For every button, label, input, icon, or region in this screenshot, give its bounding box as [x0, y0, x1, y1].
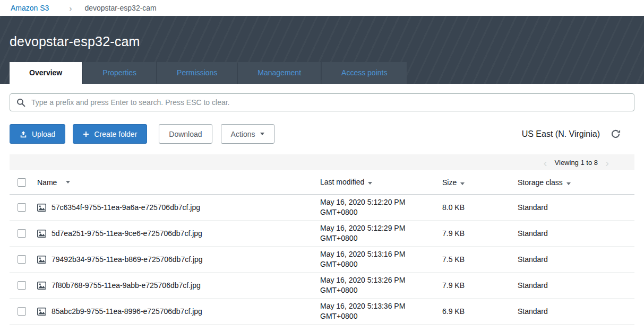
breadcrumb-current: devopstar-esp32-cam	[84, 4, 156, 12]
row-checkbox[interactable]	[18, 203, 26, 212]
actions-button[interactable]: Actions	[221, 124, 274, 144]
modified-timezone: GMT+0800	[320, 259, 442, 269]
modified-date: May 16, 2020 5:12:29 PM	[320, 223, 442, 233]
search-input[interactable]	[31, 98, 628, 107]
modified-date: May 16, 2020 5:13:26 PM	[320, 275, 442, 285]
modified-timezone: GMT+0800	[320, 207, 442, 217]
row-checkbox[interactable]	[18, 307, 26, 316]
table-row: 57c6354f-9755-11ea-9a6a-e725706db7cf.jpg…	[10, 195, 634, 221]
prev-page-icon[interactable]: ‹	[544, 157, 547, 168]
column-header-name[interactable]: Name	[37, 178, 320, 187]
viewing-label: Viewing 1 to 8	[555, 159, 598, 167]
pagination-bar: ‹ Viewing 1 to 8 ›	[10, 154, 634, 170]
column-header-storage-class[interactable]: Storage class	[518, 178, 634, 187]
column-label: Storage class	[518, 178, 563, 187]
image-file-icon	[37, 256, 46, 264]
breadcrumb: Amazon S3 › devopstar-esp32-cam	[0, 0, 644, 16]
row-checkbox[interactable]	[18, 281, 26, 290]
storage-class-cell: Standard	[518, 281, 634, 290]
toolbar: Upload Create folder Download Actions US…	[10, 124, 634, 144]
objects-table: ‹ Viewing 1 to 8 › Name Last modified Si…	[10, 154, 634, 325]
modified-timezone: GMT+0800	[320, 311, 442, 321]
modified-date: May 16, 2020 5:13:16 PM	[320, 249, 442, 259]
search-bar[interactable]	[10, 93, 634, 111]
last-modified-cell: May 16, 2020 5:13:26 PM GMT+0800	[320, 275, 442, 295]
search-icon	[16, 98, 25, 107]
image-file-icon	[37, 230, 46, 238]
column-label: Name	[37, 178, 57, 187]
refresh-icon	[611, 129, 621, 139]
last-modified-cell: May 16, 2020 5:12:20 PM GMT+0800	[320, 197, 442, 217]
object-name-link[interactable]: 57c6354f-9755-11ea-9a6a-e725706db7cf.jpg	[51, 203, 200, 212]
size-cell: 6.9 KB	[442, 307, 518, 316]
size-cell: 7.9 KB	[442, 281, 518, 290]
next-page-icon[interactable]: ›	[605, 157, 609, 168]
column-label: Size	[442, 178, 457, 187]
chevron-down-icon	[260, 133, 264, 135]
storage-class-cell: Standard	[518, 255, 634, 264]
column-header-size[interactable]: Size	[442, 178, 518, 187]
upload-icon	[20, 130, 27, 138]
column-label: Last modified	[320, 178, 364, 186]
row-checkbox[interactable]	[18, 255, 26, 264]
modified-date: May 16, 2020 5:12:20 PM	[320, 197, 442, 207]
size-cell: 7.5 KB	[442, 255, 518, 264]
page-title: devopstar-esp32-cam	[10, 34, 634, 49]
object-name-link[interactable]: 5d7ea251-9755-11ea-9ce6-e725706db7cf.jpg	[51, 229, 202, 238]
bucket-header: devopstar-esp32-cam Overview Properties …	[0, 16, 644, 84]
modified-date: May 16, 2020 5:13:36 PM	[320, 301, 442, 311]
create-folder-button-label: Create folder	[94, 130, 137, 138]
image-file-icon	[37, 308, 46, 316]
refresh-button[interactable]	[608, 127, 623, 141]
upload-button-label: Upload	[32, 130, 55, 138]
region-label: US East (N. Virginia)	[522, 129, 600, 139]
tab-permissions[interactable]: Permissions	[157, 62, 237, 84]
plus-icon	[83, 131, 89, 137]
search-section	[0, 84, 644, 111]
tab-properties[interactable]: Properties	[83, 62, 156, 84]
storage-class-cell: Standard	[518, 203, 634, 212]
download-button[interactable]: Download	[159, 124, 212, 144]
image-file-icon	[37, 282, 46, 290]
tab-overview[interactable]: Overview	[10, 62, 82, 84]
breadcrumb-separator-icon: ›	[69, 4, 72, 13]
column-header-last-modified[interactable]: Last modified	[320, 177, 442, 187]
sort-caret-icon	[66, 181, 70, 184]
modified-timezone: GMT+0800	[320, 233, 442, 243]
last-modified-cell: May 16, 2020 5:12:29 PM GMT+0800	[320, 223, 442, 243]
object-name-link[interactable]: 7f80b768-9755-11ea-9abb-e725706db7cf.jpg	[51, 281, 201, 290]
image-file-icon	[37, 204, 46, 212]
modified-timezone: GMT+0800	[320, 285, 442, 295]
tab-access-points[interactable]: Access points	[322, 62, 407, 84]
object-name-link[interactable]: 85abc2b9-9755-11ea-8996-e725706db7cf.jpg	[51, 307, 202, 316]
table-header-row: Name Last modified Size Storage class	[10, 170, 634, 195]
download-button-label: Download	[169, 130, 202, 138]
sort-caret-icon	[566, 182, 571, 185]
tab-bar: Overview Properties Permissions Manageme…	[10, 62, 634, 84]
storage-class-cell: Standard	[518, 307, 634, 316]
size-cell: 8.0 KB	[442, 203, 518, 212]
select-all-checkbox[interactable]	[18, 178, 26, 187]
size-cell: 7.9 KB	[442, 229, 518, 238]
storage-class-cell: Standard	[518, 229, 634, 238]
table-row: 7f80b768-9755-11ea-9abb-e725706db7cf.jpg…	[10, 273, 634, 299]
table-row: 79492b34-9755-11ea-b869-e725706db7cf.jpg…	[10, 247, 634, 273]
upload-button[interactable]: Upload	[10, 124, 65, 144]
sort-caret-icon	[460, 182, 465, 185]
object-name-link[interactable]: 79492b34-9755-11ea-b869-e725706db7cf.jpg	[51, 255, 203, 264]
tab-management[interactable]: Management	[238, 62, 321, 84]
actions-button-label: Actions	[231, 130, 255, 138]
row-checkbox[interactable]	[18, 229, 26, 238]
table-row: 85abc2b9-9755-11ea-8996-e725706db7cf.jpg…	[10, 299, 634, 325]
last-modified-cell: May 16, 2020 5:13:16 PM GMT+0800	[320, 249, 442, 269]
create-folder-button[interactable]: Create folder	[73, 124, 147, 144]
last-modified-cell: May 16, 2020 5:13:36 PM GMT+0800	[320, 301, 442, 321]
breadcrumb-amazon-s3-link[interactable]: Amazon S3	[11, 4, 49, 12]
table-row: 5d7ea251-9755-11ea-9ce6-e725706db7cf.jpg…	[10, 221, 634, 247]
sort-caret-icon	[368, 182, 372, 185]
